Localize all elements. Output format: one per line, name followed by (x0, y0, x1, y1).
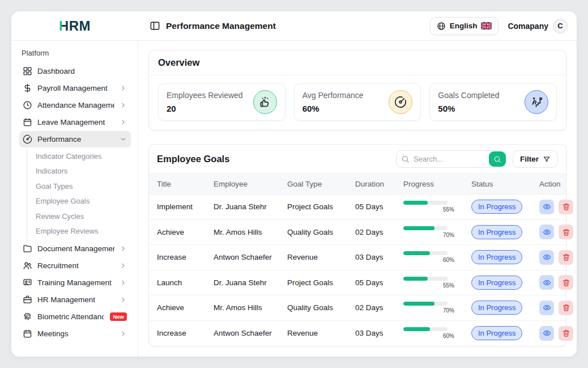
company-menu[interactable]: Comapany C (508, 19, 568, 33)
sidebar-item-performance[interactable]: Performance (19, 131, 131, 147)
table-header-row: Title Employee Goal Type Duration Progre… (149, 174, 566, 194)
eye-icon (543, 278, 551, 287)
delete-button[interactable] (559, 301, 573, 315)
overview-title: Overview (158, 57, 199, 67)
panel-left-icon[interactable] (150, 20, 160, 31)
app-window: HRM Performance Management English Comap… (11, 11, 577, 357)
action-buttons (539, 301, 573, 315)
sidebar-item-biometric-attendance[interactable]: Biometric AttendanceNew (19, 308, 131, 325)
clock-icon (23, 100, 32, 110)
submenu-item-employee-reviews[interactable]: Employee Reviews (36, 224, 131, 239)
table-row: AchieveMr. Amos HillsQuality Goals02 Day… (149, 220, 566, 246)
cell-duration: 02 Days (355, 228, 403, 236)
header-right: English Comapany C (430, 17, 568, 35)
view-button[interactable] (539, 225, 554, 239)
view-button[interactable] (539, 250, 554, 265)
progress-wrap: 60% (403, 251, 454, 263)
sidebar-item-meetings[interactable]: Meetings (19, 325, 131, 342)
progress-bar (403, 226, 448, 230)
progress-label: 55% (403, 282, 454, 289)
sidebar-item-recruitment[interactable]: Recruitment (19, 257, 131, 274)
chevron-down-icon (120, 136, 127, 143)
trash-icon (562, 303, 570, 312)
action-buttons (539, 250, 573, 265)
page-title: Performance Management (166, 21, 276, 31)
sidebar-item-leave-management[interactable]: Leave Management (19, 114, 131, 130)
cell-title: Achieve (157, 228, 214, 236)
cell-action (539, 200, 573, 214)
view-button[interactable] (539, 275, 554, 290)
cell-action (539, 225, 573, 239)
sidebar-item-training-management[interactable]: Training Management (19, 274, 131, 291)
sidebar-item-attendance-management[interactable]: Attendance Management (19, 97, 131, 113)
status-badge: In Progress (471, 200, 522, 214)
progress-wrap: 55% (403, 277, 454, 289)
view-button[interactable] (539, 301, 554, 315)
users-icon (23, 261, 32, 270)
sidebar-item-label: HR Management (37, 295, 114, 304)
filter-button[interactable]: Filter (513, 150, 558, 168)
delete-button[interactable] (559, 250, 573, 265)
sidebar-item-payroll-management[interactable]: Payroll Management (19, 80, 131, 96)
stat-value: 50% (438, 104, 499, 113)
cell-duration: 05 Days (355, 278, 403, 287)
submenu-item-indicators[interactable]: Indicators (36, 164, 131, 179)
stat-card-goals-completed: Goals Completed50% (429, 83, 557, 121)
performance-submenu: Indicator CategoriesIndicatorsGoal Types… (27, 149, 131, 239)
column-header: Title (157, 180, 214, 188)
cell-employee: Dr. Juana Stehr (214, 202, 287, 211)
column-header: Duration (355, 180, 403, 188)
cell-action (539, 301, 573, 315)
column-header: Action (539, 180, 561, 188)
cell-employee: Dr. Juana Stehr (214, 278, 287, 287)
sidebar-item-dashboard[interactable]: Dashboard (19, 63, 131, 79)
progress-wrap: 60% (403, 327, 454, 339)
chevron-right-icon (120, 84, 127, 92)
cell-progress: 55% (403, 201, 471, 213)
trash-icon (562, 278, 570, 287)
progress-bar (403, 277, 448, 281)
progress-bar (403, 251, 448, 255)
sidebar-item-label: Document Management (37, 244, 114, 253)
submenu-item-review-cycles[interactable]: Review Cycles (36, 209, 131, 224)
submenu-item-employee-goals[interactable]: Employee Goals (36, 194, 131, 209)
top-header: HRM Performance Management English Comap… (11, 11, 577, 41)
progress-bar (403, 201, 448, 205)
view-button[interactable] (539, 326, 554, 341)
cell-employee: Antwon Schaefer (214, 329, 287, 337)
cell-goal-type: Project Goals (287, 278, 355, 287)
cell-status: In Progress (471, 326, 539, 340)
sidebar-item-label: Performance (37, 135, 114, 143)
sidebar: Platform DashboardPayroll ManagementAtte… (11, 41, 138, 357)
delete-button[interactable] (559, 225, 573, 239)
delete-button[interactable] (559, 275, 573, 290)
cell-duration: 02 Days (355, 303, 403, 312)
sidebar-item-document-management[interactable]: Document Management (19, 240, 131, 257)
goals-controls: Filter (396, 150, 558, 168)
submenu-item-goal-types[interactable]: Goal Types (36, 179, 131, 194)
filter-label: Filter (520, 155, 539, 163)
delete-button[interactable] (559, 326, 573, 341)
stat-value: 20 (167, 104, 243, 113)
view-button[interactable] (539, 200, 554, 214)
language-selector[interactable]: English (430, 17, 499, 35)
logo-zone: HRM (11, 18, 138, 34)
chevron-right-icon (120, 279, 127, 286)
action-buttons (539, 275, 573, 290)
cell-status: In Progress (471, 225, 539, 239)
new-badge: New (110, 312, 127, 321)
funnel-icon (543, 155, 551, 163)
delete-button[interactable] (559, 200, 573, 214)
sidebar-item-hr-management[interactable]: HR Management (19, 291, 131, 308)
search-button[interactable] (489, 151, 506, 167)
cell-status: In Progress (471, 200, 539, 214)
progress-fill (403, 302, 434, 306)
stat-value: 60% (302, 104, 364, 113)
stat-label: Employees Reviewed (167, 91, 243, 100)
sidebar-item-label: Training Management (37, 278, 114, 287)
column-header: Goal Type (287, 180, 355, 188)
cell-duration: 05 Days (355, 202, 403, 211)
submenu-item-indicator-categories[interactable]: Indicator Categories (36, 149, 131, 164)
training-icon (23, 278, 32, 287)
progress-fill (403, 327, 430, 331)
